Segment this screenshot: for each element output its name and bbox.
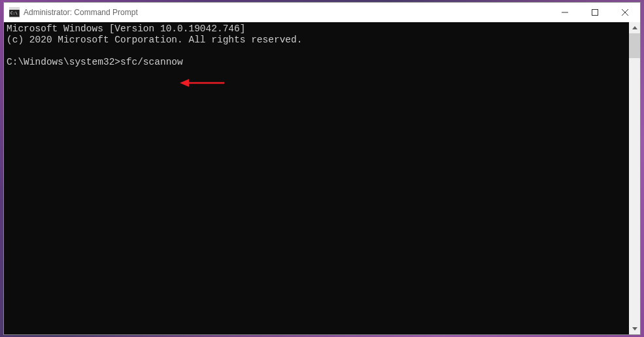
maximize-button[interactable] bbox=[580, 3, 610, 22]
window-title: Administrator: Command Prompt bbox=[24, 8, 550, 17]
terminal-output[interactable]: Microsoft Windows [Version 10.0.19042.74… bbox=[4, 22, 629, 334]
scroll-up-button[interactable] bbox=[629, 22, 640, 33]
svg-rect-1 bbox=[9, 8, 20, 10]
svg-text:C:\: C:\ bbox=[10, 10, 18, 15]
scroll-thumb[interactable] bbox=[629, 33, 640, 58]
svg-marker-8 bbox=[632, 327, 637, 330]
titlebar[interactable]: C:\ Administrator: Command Prompt bbox=[4, 3, 640, 22]
close-button[interactable] bbox=[610, 3, 640, 22]
prompt: C:\Windows\system32> bbox=[7, 57, 120, 67]
vertical-scrollbar[interactable] bbox=[629, 22, 640, 334]
output-line: Microsoft Windows [Version 10.0.19042.74… bbox=[7, 24, 245, 34]
command-input[interactable]: sfc/scannow bbox=[120, 57, 183, 67]
command-prompt-window: C:\ Administrator: Command Prompt Micros… bbox=[3, 2, 641, 335]
cmd-icon: C:\ bbox=[9, 7, 20, 18]
svg-rect-4 bbox=[592, 10, 598, 16]
scroll-down-button[interactable] bbox=[629, 323, 640, 334]
output-line: (c) 2020 Microsoft Corporation. All righ… bbox=[7, 35, 302, 45]
window-controls bbox=[550, 3, 640, 22]
terminal-area: Microsoft Windows [Version 10.0.19042.74… bbox=[4, 22, 640, 334]
svg-marker-7 bbox=[632, 26, 637, 29]
minimize-button[interactable] bbox=[550, 3, 580, 22]
